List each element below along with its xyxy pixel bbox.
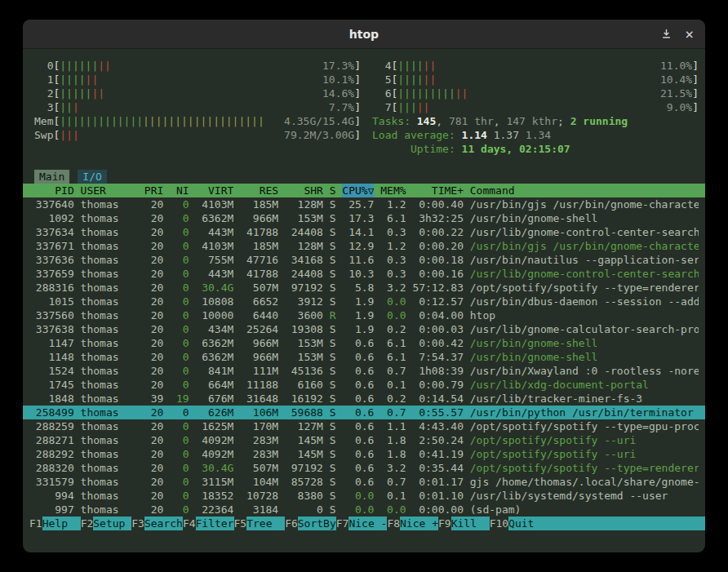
column-header-user[interactable]: USER [81, 184, 138, 197]
cell-mem: 0.7 [380, 475, 406, 489]
table-header: PID USER PRI NI VIRT RES SHR S CPU%▽ MEM… [23, 184, 705, 197]
function-key-item[interactable]: F2Setup [81, 517, 132, 530]
function-key-item[interactable]: F9Kill [438, 517, 490, 530]
cell-shr: 59688 [285, 406, 323, 419]
cell-shr: 128M [285, 197, 323, 211]
cell-ni: 0 [170, 364, 189, 378]
process-row[interactable]: 337638 thomas 20 0 434M 25264 19308 S 1.… [23, 322, 705, 336]
tasks-summary: Tasks: 145, 781 thr, 147 kthr; 2 running [372, 114, 699, 128]
cell-cpu: 1.9 [342, 295, 374, 308]
cell-pid: 288259 [29, 419, 74, 433]
process-row[interactable]: 1015 thomas 20 0 10808 6652 3912 S 1.9 0… [23, 295, 705, 308]
cell-shr: 8380 [285, 489, 323, 503]
function-key-item[interactable]: F6SortBy [285, 517, 336, 530]
process-row[interactable]: 258499 thomas 20 0 626M 106M 59688 S 0.6… [23, 406, 705, 419]
process-row[interactable]: 337671 thomas 20 0 4103M 185M 128M S 12.… [23, 239, 705, 253]
column-header-res[interactable]: RES [240, 184, 278, 197]
function-key-item[interactable]: F4Filter [183, 517, 234, 530]
cell-res: 47716 [240, 253, 278, 267]
cell-shr: 153M [285, 336, 323, 350]
process-row[interactable]: 1092 thomas 20 0 6362M 966M 153M S 17.3 … [23, 211, 705, 225]
process-row[interactable]: 994 thomas 20 0 18352 10728 8380 S 0.0 0… [23, 489, 705, 503]
column-header-state[interactable]: S [330, 184, 336, 197]
process-row[interactable]: 1745 thomas 20 0 664M 11188 6160 S 0.6 0… [23, 378, 705, 392]
process-row[interactable]: 1148 thomas 20 0 6362M 966M 153M S 0.6 6… [23, 350, 705, 364]
download-icon[interactable] [661, 29, 672, 39]
cell-pid: 337671 [29, 239, 74, 253]
cell-cpu: 0.6 [342, 350, 374, 364]
cell-pri: 20 [144, 503, 163, 517]
cell-mem: 0.3 [380, 267, 406, 281]
cell-virt: 4092M [195, 433, 233, 447]
process-row[interactable]: 288271 thomas 20 0 4092M 283M 145M S 0.6… [23, 433, 705, 447]
tab-io[interactable]: I/O [78, 170, 106, 184]
function-key-label: F2 [81, 517, 94, 530]
column-header-ni[interactable]: NI [170, 184, 189, 197]
function-key-item[interactable]: F10Quit [490, 517, 705, 530]
process-row[interactable]: 337640 thomas 20 0 4103M 185M 128M S 25.… [23, 197, 705, 211]
cell-command: /usr/bin/gnome-shell [470, 211, 699, 225]
cell-mem: 6.1 [380, 211, 406, 225]
cell-pid: 331579 [29, 475, 74, 489]
process-row[interactable]: 288259 thomas 20 0 1625M 170M 127M S 0.6… [23, 419, 705, 433]
function-key-label: F1 [29, 517, 42, 530]
cell-virt: 841M [195, 364, 233, 378]
process-row[interactable]: 1524 thomas 20 0 841M 111M 45136 S 0.6 0… [23, 364, 705, 378]
process-row[interactable]: 288292 thomas 20 0 4092M 283M 145M S 0.6… [23, 447, 705, 461]
column-header-pri[interactable]: PRI [144, 184, 163, 197]
process-row[interactable]: 997 thomas 20 0 22364 3184 0 S 0.0 0.0 0… [23, 503, 705, 517]
process-row[interactable]: 288320 thomas 20 0 30.4G 507M 97192 S 0.… [23, 461, 705, 475]
cell-cpu: 25.7 [342, 197, 374, 211]
cell-pid: 994 [29, 489, 74, 503]
cell-state: S [330, 295, 336, 308]
cell-command: /opt/spotify/spotify --uri [470, 447, 699, 461]
function-key-item[interactable]: F7Nice - [336, 517, 388, 530]
cell-virt: 4103M [195, 197, 233, 211]
process-row[interactable]: 337634 thomas 20 0 443M 41788 24408 S 14… [23, 225, 705, 239]
process-row[interactable]: 331579 thomas 20 0 3115M 104M 85728 S 0.… [23, 475, 705, 489]
cell-ni: 0 [170, 419, 189, 433]
process-row[interactable]: 337560 thomas 20 0 10000 6440 3600 R 1.9… [23, 308, 705, 322]
cell-cpu: 0.6 [342, 392, 374, 406]
function-key-item[interactable]: F3Search [131, 517, 183, 530]
cell-time: 57:12.83 [412, 281, 464, 295]
cell-mem: 1.8 [380, 433, 406, 447]
column-header-pid[interactable]: PID [29, 184, 74, 197]
cell-shr: 16192 [285, 392, 323, 406]
cell-cpu: 0.6 [342, 336, 374, 350]
close-icon[interactable]: × [685, 27, 694, 42]
column-header-cpu-sorted[interactable]: CPU%▽ [342, 184, 374, 197]
cell-user: thomas [81, 475, 138, 489]
function-key-action: Search [144, 517, 183, 530]
column-header-mem[interactable]: MEM% [380, 184, 406, 197]
process-row[interactable]: 1848 thomas 39 19 676M 31648 16192 S 0.6… [23, 392, 705, 406]
cell-state: S [330, 461, 336, 475]
function-key-item[interactable]: F1Help [29, 517, 81, 530]
process-row[interactable]: 288316 thomas 20 0 30.4G 507M 97192 S 5.… [23, 281, 705, 295]
cell-state: S [330, 378, 336, 392]
column-header-time[interactable]: TIME+ [412, 184, 464, 197]
function-key-item[interactable]: F5Tree [234, 517, 286, 530]
cell-cpu: 14.1 [342, 225, 374, 239]
process-row[interactable]: 1147 thomas 20 0 6362M 966M 153M S 0.6 6… [23, 336, 705, 350]
cell-res: 25264 [240, 322, 278, 336]
window-titlebar[interactable]: htop × [23, 20, 705, 49]
cell-mem: 0.7 [380, 364, 406, 378]
column-header-shr[interactable]: SHR [285, 184, 323, 197]
cell-command: /usr/lib/xdg-document-portal [470, 378, 699, 392]
cell-time: 0:00.22 [412, 225, 464, 239]
cell-command: /usr/bin/gjs /usr/bin/gnome-character [470, 239, 699, 253]
cell-command: htop [470, 308, 699, 322]
cell-ni: 0 [170, 322, 189, 336]
cell-time: 0:00.03 [412, 322, 464, 336]
process-row[interactable]: 337636 thomas 20 0 755M 47716 34168 S 11… [23, 253, 705, 267]
process-row[interactable]: 337659 thomas 20 0 443M 41788 24408 S 10… [23, 267, 705, 281]
function-key-item[interactable]: F8Nice + [387, 517, 438, 530]
column-header-virt[interactable]: VIRT [195, 184, 233, 197]
cell-mem: 1.1 [380, 419, 406, 433]
function-key-action: Setup [93, 517, 131, 530]
cell-virt: 664M [195, 378, 233, 392]
column-header-command[interactable]: Command [470, 184, 699, 197]
tab-main[interactable]: Main [34, 170, 69, 184]
cell-command: /usr/bin/gnome-shell [470, 336, 699, 350]
